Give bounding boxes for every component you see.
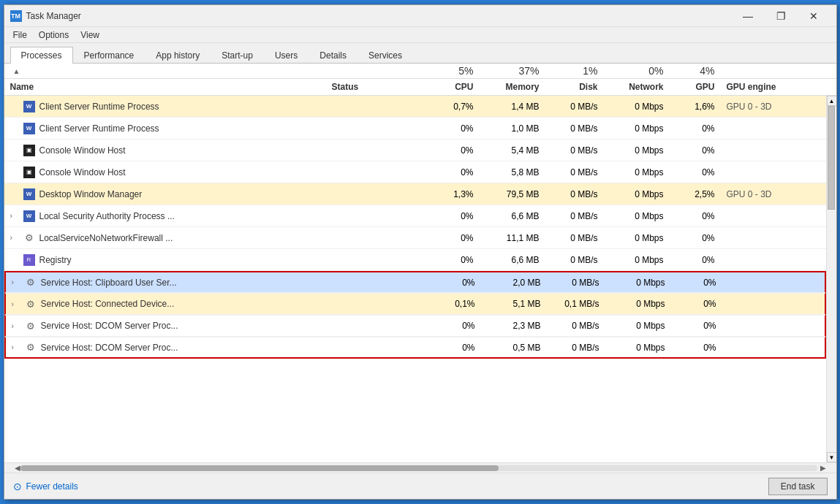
end-task-button[interactable]: End task — [768, 478, 828, 495]
scroll-up-button[interactable]: ▲ — [827, 96, 836, 106]
expand-icon[interactable]: › — [12, 300, 20, 308]
disk-percent: 1% — [545, 64, 604, 78]
menu-file[interactable]: File — [7, 28, 33, 42]
cell-cpu: 0% — [423, 278, 481, 288]
process-name-label: Desktop Window Manager — [39, 189, 143, 199]
tab-processes[interactable]: Processes — [10, 47, 73, 64]
cell-cpu: 0% — [423, 321, 481, 331]
process-name-label: Client Server Runtime Process — [39, 123, 159, 134]
cell-memory: 11,1 MB — [480, 233, 545, 243]
cell-name: W Client Server Runtime Process — [4, 123, 326, 134]
fewer-details-label: Fewer details — [26, 481, 78, 492]
minimize-button[interactable]: — — [732, 5, 765, 27]
table-row[interactable]: › ⚙ Service Host: Connected Device... 0,… — [4, 293, 826, 315]
process-name-label: Service Host: Connected Device... — [41, 299, 175, 309]
cell-disk: 0,1 MB/s — [547, 299, 605, 309]
cell-gpu: 0% — [670, 233, 721, 243]
col-header-status[interactable]: Status — [326, 80, 421, 93]
expand-icon[interactable]: › — [12, 343, 20, 351]
vertical-scrollbar[interactable]: ▲ ▼ — [826, 96, 836, 462]
cell-name: › ⚙ Service Host: DCOM Server Proc... — [6, 342, 328, 354]
cell-disk: 0 MB/s — [547, 278, 605, 288]
expand-icon[interactable]: › — [10, 234, 19, 242]
cell-cpu: 0% — [421, 167, 480, 177]
cell-cpu: 0% — [421, 233, 480, 243]
scroll-right-button[interactable]: ▶ — [820, 464, 826, 472]
fewer-details-button[interactable]: ⊙ Fewer details — [13, 481, 78, 492]
table-row[interactable]: ▣ Console Window Host 0% 5,4 MB 0 MB/s 0… — [4, 140, 826, 161]
process-name-label: Console Window Host — [39, 145, 126, 156]
cpu-percent: 5% — [421, 64, 480, 78]
app-icon: TM — [10, 10, 22, 22]
col-header-gpu[interactable]: GPU — [670, 80, 721, 93]
tab-details[interactable]: Details — [309, 47, 357, 64]
expand-icon[interactable]: › — [12, 322, 20, 330]
table-row[interactable]: R Registry 0% 6,6 MB 0 MB/s 0 Mbps 0% — [4, 249, 826, 271]
horizontal-scrollbar-area[interactable]: ◀ ▶ — [4, 462, 836, 473]
cell-cpu: 0,7% — [421, 102, 480, 112]
tab-services[interactable]: Services — [357, 47, 413, 64]
table-row[interactable]: W Client Server Runtime Process 0% 1,0 M… — [4, 118, 826, 140]
process-icon: ⚙ — [25, 298, 37, 310]
scroll-thumb[interactable] — [828, 106, 835, 210]
column-header-row: Name Status CPU Memory Disk Network GPU … — [4, 79, 836, 96]
scroll-left-button[interactable]: ◀ — [15, 464, 20, 472]
table-row[interactable]: › W Local Security Authority Process ...… — [4, 205, 826, 227]
cell-gpu: 2,5% — [670, 189, 721, 199]
col-header-name[interactable]: Name — [4, 80, 326, 93]
table-row[interactable]: W Desktop Window Manager 1,3% 79,5 MB 0 … — [4, 183, 826, 205]
tab-performance[interactable]: Performance — [73, 47, 145, 64]
cell-gpu: 1,6% — [670, 102, 721, 112]
cell-gpu: 0% — [671, 321, 722, 331]
task-manager-window: TM Task Manager — ❐ ✕ File Options View … — [4, 4, 837, 500]
cell-name: W Client Server Runtime Process — [4, 101, 326, 112]
horizontal-scrollbar-track[interactable] — [20, 465, 817, 471]
col-header-cpu[interactable]: CPU — [421, 80, 480, 93]
table-row[interactable]: W Client Server Runtime Process 0,7% 1,4… — [4, 96, 826, 118]
table-row[interactable]: › ⚙ Service Host: Clipboard User Ser... … — [4, 271, 826, 293]
cell-gpu: 0% — [670, 145, 721, 156]
table-row[interactable]: › ⚙ Service Host: DCOM Server Proc... 0%… — [4, 337, 826, 359]
cell-disk: 0 MB/s — [545, 145, 604, 156]
cell-gpu: 0% — [671, 343, 722, 353]
cell-memory: 5,1 MB — [481, 299, 547, 309]
cell-disk: 0 MB/s — [547, 321, 605, 331]
cell-gpu: 0% — [671, 299, 722, 309]
sort-arrow-container: ▲ — [4, 64, 326, 78]
cell-disk: 0 MB/s — [545, 211, 604, 221]
close-button[interactable]: ✕ — [798, 5, 830, 27]
tab-app-history[interactable]: App history — [145, 47, 211, 64]
col-header-network[interactable]: Network — [604, 80, 670, 93]
process-table[interactable]: W Client Server Runtime Process 0,7% 1,4… — [4, 96, 826, 462]
cell-name: › ⚙ Service Host: Connected Device... — [6, 298, 328, 310]
tab-users[interactable]: Users — [264, 47, 309, 64]
process-icon: R — [23, 254, 35, 266]
cell-gpu-engine: GPU 0 - 3D — [721, 189, 826, 199]
cell-cpu: 0% — [421, 145, 480, 156]
tab-startup[interactable]: Start-up — [211, 47, 264, 64]
expand-icon[interactable]: › — [12, 278, 20, 286]
cell-memory: 2,3 MB — [481, 321, 547, 331]
menu-view[interactable]: View — [75, 28, 105, 42]
horizontal-scrollbar-thumb[interactable] — [20, 465, 499, 471]
col-header-disk[interactable]: Disk — [545, 80, 604, 93]
restore-button[interactable]: ❐ — [765, 5, 798, 27]
cell-network: 0 Mbps — [605, 343, 671, 353]
process-icon: ⚙ — [23, 232, 35, 244]
table-row[interactable]: ▣ Console Window Host 0% 5,8 MB 0 MB/s 0… — [4, 161, 826, 183]
menu-options[interactable]: Options — [33, 28, 75, 42]
col-header-gpu-engine[interactable]: GPU engine — [721, 80, 836, 93]
cell-memory: 79,5 MB — [480, 189, 545, 199]
cell-network: 0 Mbps — [604, 189, 670, 199]
table-row[interactable]: › ⚙ LocalServiceNoNetworkFirewall ... 0%… — [4, 227, 826, 249]
gpu-engine-percent-space — [721, 64, 836, 78]
scroll-down-button[interactable]: ▼ — [827, 452, 836, 462]
cell-network: 0 Mbps — [604, 255, 670, 265]
cell-gpu: 0% — [670, 211, 721, 221]
scroll-track[interactable] — [827, 106, 836, 452]
table-row[interactable]: › ⚙ Service Host: DCOM Server Proc... 0%… — [4, 315, 826, 337]
title-bar: TM Task Manager — ❐ ✕ — [4, 5, 836, 27]
expand-icon[interactable]: › — [10, 212, 19, 220]
gpu-percent: 4% — [670, 64, 721, 78]
col-header-memory[interactable]: Memory — [480, 80, 545, 93]
